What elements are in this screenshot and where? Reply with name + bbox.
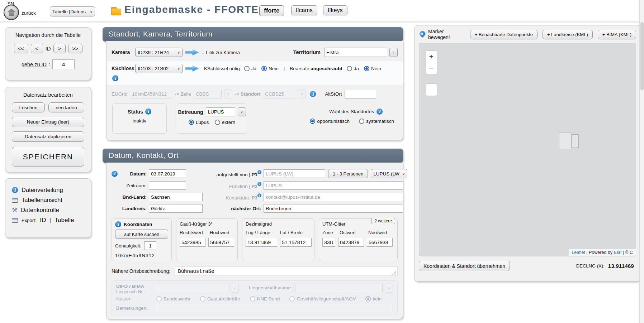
zoom-in-button[interactable]: + [426, 51, 437, 62]
radio-off-icon [156, 296, 162, 302]
kschluessel-nein-radio[interactable]: Nein [261, 66, 279, 71]
wahl-info-icon[interactable] [377, 109, 383, 115]
map-extra-control-button[interactable] [426, 83, 437, 96]
save-button[interactable]: SPEICHERN [12, 147, 84, 167]
link-datenkontrolle[interactable]: ⚒ Datenkontrolle [12, 207, 84, 213]
delete-button[interactable]: Löschen [12, 102, 45, 112]
koordinaten-info-icon[interactable] [115, 221, 121, 227]
reload-button[interactable]: neu laden [48, 102, 84, 112]
zoom-out-button[interactable]: − [426, 62, 437, 74]
territorium-input[interactable] [324, 48, 387, 57]
back-link[interactable]: zurück [22, 10, 36, 16]
last-record-button[interactable]: >> [68, 44, 82, 53]
export-id-link[interactable]: ID [40, 217, 46, 224]
radio-off-icon [347, 66, 352, 71]
wahl-opportunistisch-radio[interactable]: opportunistisch [310, 119, 350, 124]
wahl-label: Wahl des Standortes [329, 109, 374, 114]
leaflet-link[interactable]: Leaflet [572, 250, 585, 255]
kschloss-row: KSchloss ID103 : 21S02 KSchlüssel nötig … [112, 64, 398, 73]
bearsafe-nein-radio[interactable]: Nein [364, 66, 381, 71]
home-button[interactable] [4, 5, 19, 20]
kschloss-link-arrow-icon[interactable] [185, 65, 199, 72]
map-header: Marker bewegen! + Benachbarte Datenpunkt… [419, 29, 636, 40]
landkreise-kml-button[interactable]: + Landkreise (KML) [543, 30, 593, 39]
app-button-fforte[interactable]: fforte [259, 5, 284, 16]
koordinaten-uebernehmen-button[interactable]: Koordinaten & Standort übernehmen [419, 261, 510, 271]
p2-label: Funktion | P2 [208, 182, 261, 189]
p1-input[interactable] [264, 169, 325, 178]
link-datenverteilung[interactable]: Datenverteilung [12, 187, 84, 193]
bima-kml-button[interactable]: + BIMA (KML) [598, 30, 636, 39]
p1-info-icon[interactable] [257, 170, 261, 174]
ortsbeschreibung-row: Nähere Ortsbeschreibung: Bühnaustraße [112, 266, 398, 276]
bndland-input[interactable] [149, 193, 203, 201]
attr-separator: | [623, 250, 624, 255]
attr-copyright: © C [625, 250, 633, 255]
landkreis-input[interactable] [149, 204, 203, 213]
first-record-button[interactable]: << [14, 44, 28, 53]
altstort-label: AltStOrt [325, 91, 342, 97]
page-scrollbar[interactable] [639, 0, 644, 323]
ostwert-input[interactable] [338, 238, 364, 247]
standort-input [263, 90, 295, 98]
kschloss-info-icon[interactable] [112, 75, 118, 81]
betreuung-lupus-radio[interactable]: Lupus [189, 120, 209, 125]
camera-link-arrow-icon[interactable] [185, 49, 199, 56]
resize-grip-icon[interactable] [390, 270, 396, 275]
nutzer-label: Nutzer: [116, 296, 155, 302]
p1-select[interactable]: LUPUS (LW [371, 169, 407, 178]
ort-input[interactable] [264, 204, 403, 213]
betreuung-extern-radio[interactable]: extern [215, 120, 236, 125]
benachbarte-datenpunkte-button[interactable]: + Benachbarte Datenpunkte [470, 30, 538, 39]
link-label: Datenkontrolle [21, 207, 59, 213]
lng-input[interactable] [246, 238, 277, 247]
zone-input[interactable] [322, 238, 335, 247]
standort-info-icon[interactable] [310, 91, 316, 97]
territorium-dropdown-button[interactable] [389, 48, 398, 57]
esri-link[interactable]: Esri [614, 250, 622, 255]
status-info-icon[interactable] [145, 109, 151, 115]
lat-input[interactable] [280, 238, 312, 247]
next-record-button[interactable]: > [53, 44, 66, 53]
p3-info-icon[interactable] [257, 193, 261, 197]
karte-suchen-button[interactable]: auf Karte suchen [115, 230, 168, 239]
kamera-hint: = Link zur Kamera [202, 50, 240, 55]
kschluessel-label: KSchlüssel nötig [204, 66, 240, 71]
altstort-input[interactable] [345, 90, 376, 98]
p3-input[interactable] [264, 193, 403, 201]
kschloss-select-value: ID103 : 21S02 [138, 66, 169, 71]
wahl-systematisch-radio[interactable]: systematisch [359, 119, 394, 124]
radio-off-icon [289, 296, 295, 302]
scrollbar-thumb[interactable] [640, 22, 644, 90]
zeitraum-input[interactable] [149, 181, 186, 190]
nordwert-input[interactable] [367, 238, 393, 247]
p2-input[interactable] [264, 181, 403, 190]
genauigkeit-input[interactable] [144, 241, 156, 250]
datum-info-icon[interactable] [112, 171, 118, 177]
more-coords-button[interactable]: 2 weitere [371, 218, 395, 224]
export-tabelle-link[interactable]: Tabelle [55, 217, 74, 224]
betreuung-input[interactable] [206, 107, 235, 116]
personen-button[interactable]: 1 - 3 Personen [328, 169, 368, 178]
app-button-ffcams[interactable]: ffcams [291, 5, 317, 15]
bearsafe-ja-radio[interactable]: Ja [347, 66, 359, 71]
goto-id-input[interactable] [52, 59, 75, 69]
rechtswert-input[interactable] [180, 238, 205, 247]
nav-panel: Navigation durch die Tabelle << < ID > >… [5, 27, 91, 80]
new-entry-button[interactable]: Neuer Eintrag (leer) [12, 117, 84, 127]
kamera-select[interactable]: ID239 : 21R24 [135, 48, 183, 57]
hochwert-input[interactable] [208, 238, 234, 247]
kschloss-select[interactable]: ID103 : 21S02 [135, 64, 183, 73]
app-button-ffkeys[interactable]: ffkeys [323, 5, 347, 15]
datum-input[interactable] [149, 169, 186, 178]
duplicate-button[interactable]: Datensatz duplizieren [12, 131, 84, 142]
ortsbeschreibung-field[interactable]: Bühnaustraße [175, 266, 398, 276]
p2-info-icon[interactable] [257, 182, 261, 186]
kschluessel-ja-radio[interactable]: Ja [244, 66, 256, 71]
goto-id-link[interactable]: gehe zu ID [22, 62, 47, 67]
table-select[interactable]: Tabelle [Datens [50, 6, 95, 16]
betreuung-dropdown-button[interactable] [238, 107, 246, 116]
prev-record-button[interactable]: < [31, 44, 43, 53]
link-tabellenansicht[interactable]: Tabellenansicht [12, 197, 84, 203]
map-canvas[interactable]: + − Leaflet | Powered by Esri | © C [419, 43, 636, 256]
